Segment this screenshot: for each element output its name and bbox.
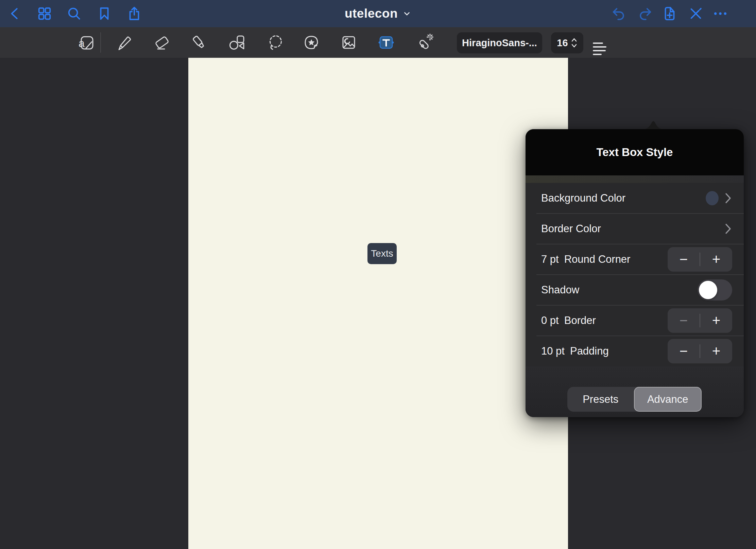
chevron-right-icon [725,223,732,235]
border-width-value: 0 pt [541,314,559,327]
canvas-background: Texts Text Box Style Background Color [0,58,756,549]
popup-arrow [640,118,666,130]
plus-button[interactable]: + [700,308,732,333]
toggle-knob [699,281,717,299]
eraser-icon [152,33,171,52]
minus-button[interactable]: − [668,308,700,333]
title-chevron-down-icon [402,9,411,18]
toolbar-separator [100,32,101,53]
redo-button[interactable] [637,6,653,21]
share-button[interactable] [126,6,142,21]
add-page-button[interactable] [662,6,677,21]
read-only-mode-icon: a [76,33,96,52]
elements-tool-button[interactable] [302,33,321,52]
eraser-tool-button[interactable] [152,33,171,52]
popup-rows: Background Color Border Color 7 pt Round… [526,183,744,366]
text-box-style-popup: Text Box Style Background Color Border C… [526,129,744,417]
popup-footer: Presets Advance [526,366,744,417]
pen-tool-button[interactable] [114,33,133,52]
row-border-width: 0 pt Border − + [526,305,744,336]
align-line [593,54,602,55]
share-icon [126,6,142,21]
border-width-stepper: − + [668,308,732,333]
undo-icon [611,6,627,21]
image-tool-button[interactable] [339,33,358,52]
page-grid-icon [37,6,52,21]
chevron-right-icon [725,192,732,204]
row-label: Shadow [541,284,579,296]
navbar: utelecon [0,0,756,27]
presets-advance-segment: Presets Advance [567,387,702,412]
row-label: Round Corner [564,253,631,265]
padding-value: 10 pt [541,345,565,357]
document-title: utelecon [345,6,398,21]
background-color-swatch [706,191,719,205]
shapes-tool-button[interactable] [227,33,246,52]
page-grid-button[interactable] [37,6,52,21]
svg-text:a: a [79,37,85,49]
minus-button[interactable]: − [668,247,700,272]
bookmark-icon [97,6,112,21]
tool-bar: a [0,27,756,58]
bookmark-button[interactable] [97,6,112,21]
plus-button[interactable]: + [700,247,732,272]
size-up-down-icon [571,37,578,49]
lasso-icon [266,33,285,52]
align-line [593,50,606,51]
text-box[interactable]: Texts [367,243,397,264]
plus-button[interactable]: + [700,339,732,363]
undo-button[interactable] [611,6,627,21]
text-tool-button[interactable] [377,33,396,52]
laser-pointer-tool-button[interactable] [415,33,434,52]
highlighter-icon [190,33,209,52]
row-label: Background Color [541,192,625,204]
row-label: Border [564,314,596,327]
row-padding: 10 pt Padding − + [526,336,744,366]
lasso-tool-button[interactable] [266,33,285,52]
search-icon [66,6,82,21]
tab-advance[interactable]: Advance [634,387,702,412]
shadow-toggle[interactable] [698,279,732,301]
document-title-button[interactable]: utelecon [330,0,426,27]
popup-band [526,175,744,183]
round-corner-value: 7 pt [541,253,559,265]
row-shadow: Shadow [526,275,744,305]
back-chevron-icon [7,6,23,21]
ellipsis-icon [712,6,728,21]
document-page[interactable]: Texts [188,58,568,549]
font-name-label: HiraginoSans-... [462,37,537,49]
popup-header: Text Box Style [526,129,744,175]
app-screen: utelecon [0,0,756,549]
redo-icon [637,6,653,21]
text-tool-selected-icon [377,33,396,52]
round-corner-stepper: − + [668,247,732,272]
popup-title: Text Box Style [597,146,673,159]
sticker-star-icon [302,33,321,52]
row-round-corner: 7 pt Round Corner − + [526,244,744,275]
highlighter-tool-button[interactable] [190,33,209,52]
back-button[interactable] [7,6,23,21]
tab-presets[interactable]: Presets [567,387,634,412]
text-box-content: Texts [371,248,393,259]
minus-button[interactable]: − [668,339,700,363]
row-label: Padding [570,345,609,357]
more-button[interactable] [712,6,728,21]
font-name-button[interactable]: HiraginoSans-... [457,32,542,53]
laser-pointer-icon [415,33,434,52]
font-size-stepper[interactable]: 16 [551,32,583,53]
image-icon [339,33,358,52]
pen-icon [114,33,133,52]
shapes-icon [227,33,246,52]
font-size-value: 16 [557,37,568,49]
crossed-pencil-icon [688,6,704,21]
text-align-button[interactable] [593,42,606,55]
align-line [593,42,603,44]
add-page-icon [662,6,677,21]
padding-stepper: − + [668,339,732,363]
row-label: Border Color [541,223,601,235]
read-only-mode-button[interactable]: a [76,33,96,52]
search-button[interactable] [66,6,82,21]
row-border-color[interactable]: Border Color [526,213,744,244]
row-background-color[interactable]: Background Color [526,183,744,213]
end-editing-button[interactable] [688,6,704,21]
